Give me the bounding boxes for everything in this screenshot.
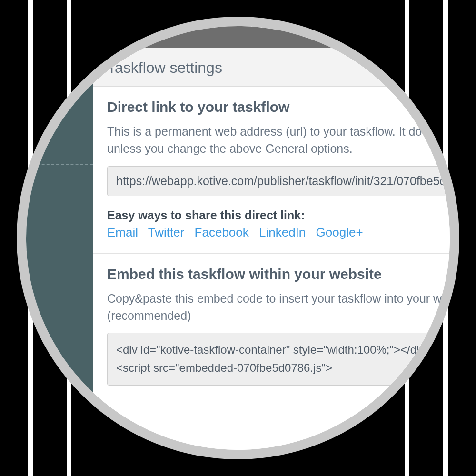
share-label: Easy ways to share this direct link: [107, 208, 459, 222]
embed-code-field[interactable]: <div id="kotive-taskflow-container" styl… [107, 333, 459, 386]
direct-link-heading: Direct link to your taskflow [107, 99, 459, 115]
embed-description: Copy&paste this embed code to insert you… [107, 290, 459, 325]
share-link-twitter[interactable]: Twitter [148, 225, 185, 239]
share-link-email[interactable]: Email [107, 225, 138, 239]
section-embed: Embed this taskflow within your website … [93, 254, 459, 399]
direct-link-description: This is a permanent web address (url) to… [107, 123, 459, 158]
app-window: Taskflow settings Direct link to your ta… [17, 17, 459, 459]
share-link-googleplus[interactable]: Google+ [316, 225, 363, 239]
direct-link-url-field[interactable]: https://webapp.kotive.com/publisher/task… [107, 166, 459, 196]
share-link-linkedin[interactable]: LinkedIn [259, 225, 306, 239]
embed-heading: Embed this taskflow within your website [107, 266, 459, 282]
share-link-facebook[interactable]: Facebook [195, 225, 249, 239]
magnifier-lens: Taskflow settings Direct link to your ta… [17, 17, 459, 459]
share-links: Email Twitter Facebook LinkedIn Google+ [107, 225, 459, 240]
section-direct-link: Direct link to your taskflow This is a p… [93, 87, 459, 254]
